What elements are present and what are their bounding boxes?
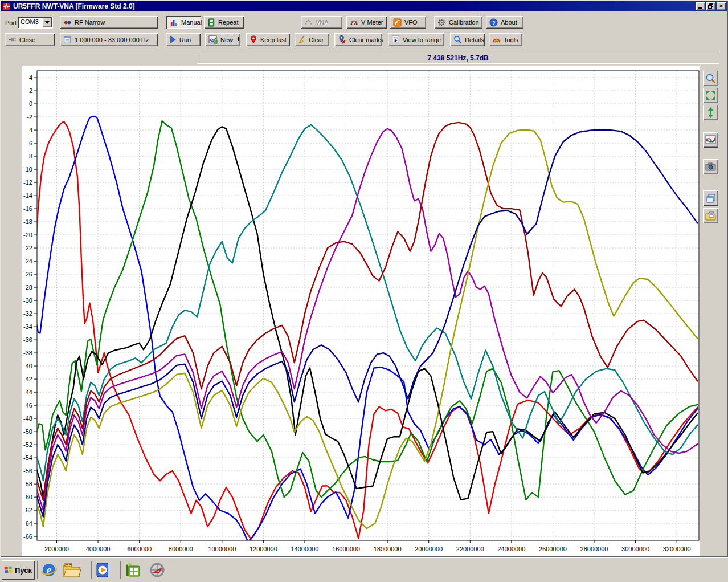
- x-tick-label: 14000000: [291, 546, 318, 552]
- x-tick-label: 2000000: [44, 546, 69, 552]
- help-icon: ?: [489, 18, 498, 27]
- x-tick-label: 6000000: [127, 546, 152, 552]
- fit-vertical-button[interactable]: [703, 105, 718, 120]
- windows-logo-icon: [5, 566, 13, 574]
- screenshot-button[interactable]: [703, 159, 718, 174]
- y-tick-label: -50: [23, 428, 32, 435]
- start-label: Пуск: [15, 566, 32, 575]
- y-tick-label: -32: [23, 310, 32, 317]
- series-bpf-2.4MHz: [36, 121, 697, 539]
- view-to-range-button[interactable]: View to range: [388, 33, 444, 46]
- broom-icon: [298, 35, 306, 44]
- details-button[interactable]: Details: [450, 33, 485, 46]
- y-tick-label: -44: [23, 389, 32, 396]
- app-window: UR5FFR NWT-VNA [Firmware Std 2.0] × Port…: [0, 0, 728, 557]
- x-tick-label: 32000000: [663, 546, 691, 552]
- y-tick-label: -54: [23, 454, 32, 461]
- y-tick-label: -20: [23, 231, 32, 238]
- keep-last-button[interactable]: Keep last: [246, 33, 290, 46]
- taskbar: Пуск e EN 12:37 03.06.2021: [0, 557, 728, 582]
- y-tick-label: -30: [23, 297, 32, 304]
- pin-icon: [250, 35, 257, 44]
- vfo-button[interactable]: VFO: [390, 16, 426, 29]
- taskbar-separator: [120, 561, 121, 579]
- bar-chart-icon: [170, 18, 178, 27]
- dots-icon: [63, 18, 72, 27]
- magnifier-icon: [453, 35, 462, 44]
- quicklaunch-file-manager[interactable]: [62, 561, 82, 579]
- chart-panel: 420-2-4-6-8-10-12-14-16-18-20-22-24-26-2…: [22, 66, 700, 556]
- new-scan-button[interactable]: New: [205, 33, 240, 46]
- close-port-button[interactable]: Close: [5, 33, 55, 46]
- y-tick-label: -6: [27, 140, 32, 146]
- start-button[interactable]: Пуск: [2, 560, 35, 580]
- svg-text:?: ?: [492, 20, 496, 26]
- repeat-button[interactable]: Repeat: [204, 16, 244, 29]
- range-icon: [63, 35, 72, 44]
- clear-marks-icon: [338, 35, 346, 44]
- v-meter-button[interactable]: V Meter: [346, 16, 387, 29]
- y-tick-label: -52: [23, 441, 32, 448]
- restore-button[interactable]: [706, 2, 715, 10]
- gauge-icon: [350, 18, 358, 27]
- clear-button[interactable]: Clear: [295, 33, 329, 46]
- y-tick-label: -26: [23, 271, 32, 278]
- x-tick-label: 18000000: [374, 546, 402, 552]
- vfo-icon: [393, 18, 402, 27]
- y-tick-label: -48: [23, 415, 32, 422]
- quicklaunch-compass-app[interactable]: [147, 561, 167, 579]
- y-tick-label: -62: [23, 507, 32, 514]
- rf-narrow-button[interactable]: RF Narrow: [60, 16, 158, 29]
- calibration-button[interactable]: Calibration: [434, 16, 482, 29]
- taskbar-separator: [91, 561, 92, 579]
- frequency-range-button[interactable]: 1 000 000 - 33 000 000 Hz: [60, 33, 158, 46]
- plug-icon: [8, 36, 17, 43]
- port-label: Port: [5, 19, 17, 26]
- quicklaunch-office-app[interactable]: [122, 561, 142, 579]
- y-tick-label: -46: [23, 402, 32, 409]
- clear-marks-button[interactable]: Clear marks: [334, 33, 382, 46]
- quicklaunch-media-player[interactable]: [93, 561, 113, 579]
- close-window-button[interactable]: ×: [717, 2, 726, 10]
- chevron-down-icon: [45, 21, 50, 26]
- about-button[interactable]: ? About: [486, 16, 523, 29]
- series-bpf-7MHz: [36, 121, 697, 500]
- copy-icon: [706, 193, 716, 204]
- tools-button[interactable]: Tools: [489, 33, 522, 46]
- zoom-tool-button[interactable]: [703, 71, 718, 86]
- graph-icon: [705, 135, 716, 145]
- minimize-button[interactable]: [696, 2, 705, 10]
- graph-style-button[interactable]: [703, 132, 718, 148]
- rainbow-icon: [492, 35, 501, 44]
- manual-button[interactable]: Manual: [166, 16, 201, 29]
- x-tick-label: 22000000: [456, 546, 484, 552]
- y-tick-label: -8: [27, 153, 32, 160]
- camera-icon: [705, 162, 716, 172]
- vertical-arrows-icon: [706, 107, 715, 118]
- quicklaunch-internet-explorer[interactable]: e: [39, 561, 59, 579]
- x-tick-label: 20000000: [415, 546, 443, 552]
- run-button[interactable]: Run: [166, 33, 201, 46]
- y-tick-label: -16: [23, 205, 32, 212]
- play-icon: [169, 36, 177, 43]
- vna-button[interactable]: VNA: [301, 16, 342, 29]
- compass-icon: [149, 561, 166, 579]
- x-tick-label: 26000000: [539, 546, 567, 552]
- series-bpf-14.3MHz: [36, 125, 697, 481]
- y-tick-label: -28: [23, 284, 32, 291]
- copy-button[interactable]: [703, 190, 718, 206]
- y-tick-label: -60: [23, 494, 32, 500]
- view-range-icon: [391, 35, 400, 44]
- chart-svg[interactable]: 420-2-4-6-8-10-12-14-16-18-20-22-24-26-2…: [22, 66, 701, 556]
- y-tick-label: -58: [23, 481, 32, 487]
- y-tick-label: 4: [29, 74, 32, 81]
- ie-icon: e: [40, 561, 58, 579]
- export-button[interactable]: [703, 208, 718, 223]
- fit-all-button[interactable]: [703, 88, 718, 103]
- y-tick-label: -66: [23, 533, 32, 540]
- y-tick-label: -36: [23, 336, 32, 343]
- titlebar[interactable]: UR5FFR NWT-VNA [Firmware Std 2.0] ×: [1, 1, 727, 11]
- port-select[interactable]: COM3: [18, 17, 53, 29]
- spreadsheet-icon: [124, 561, 141, 579]
- combo-dropdown-button[interactable]: [43, 18, 52, 27]
